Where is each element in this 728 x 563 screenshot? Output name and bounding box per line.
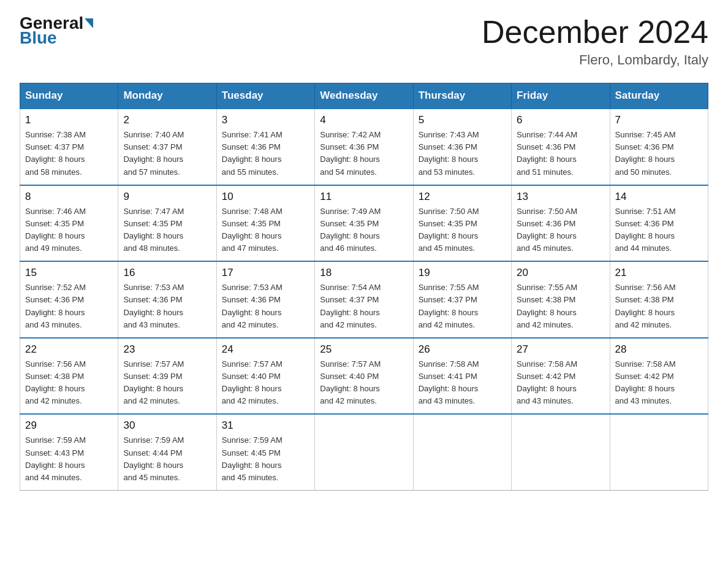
day-number: 10 (222, 191, 309, 203)
day-number: 18 (320, 267, 408, 279)
day-info: Sunrise: 7:44 AMSunset: 4:36 PMDaylight:… (517, 129, 604, 178)
day-number: 1 (25, 114, 113, 126)
calendar-cell (610, 414, 708, 490)
day-info: Sunrise: 7:48 AMSunset: 4:35 PMDaylight:… (222, 205, 309, 255)
calendar-cell: 17Sunrise: 7:53 AMSunset: 4:36 PMDayligh… (216, 261, 314, 338)
calendar-header-row: SundayMondayTuesdayWednesdayThursdayFrid… (20, 83, 708, 109)
week-row-2: 8Sunrise: 7:46 AMSunset: 4:35 PMDaylight… (20, 185, 708, 262)
col-header-sunday: Sunday (20, 83, 118, 109)
calendar-cell: 12Sunrise: 7:50 AMSunset: 4:35 PMDayligh… (413, 185, 511, 262)
calendar-cell: 11Sunrise: 7:49 AMSunset: 4:35 PMDayligh… (315, 185, 413, 262)
location-subtitle: Flero, Lombardy, Italy (482, 52, 708, 68)
day-info: Sunrise: 7:49 AMSunset: 4:35 PMDaylight:… (320, 205, 408, 255)
calendar-cell: 19Sunrise: 7:55 AMSunset: 4:37 PMDayligh… (413, 261, 511, 338)
day-info: Sunrise: 7:59 AMSunset: 4:45 PMDaylight:… (222, 434, 309, 484)
calendar-cell: 4Sunrise: 7:42 AMSunset: 4:36 PMDaylight… (315, 109, 413, 185)
day-number: 16 (123, 267, 211, 279)
day-info: Sunrise: 7:56 AMSunset: 4:38 PMDaylight:… (25, 358, 113, 408)
day-number: 14 (615, 191, 703, 203)
calendar-cell: 21Sunrise: 7:56 AMSunset: 4:38 PMDayligh… (610, 261, 708, 338)
calendar-cell (512, 414, 610, 490)
day-info: Sunrise: 7:52 AMSunset: 4:36 PMDaylight:… (25, 282, 113, 331)
title-block: December 2024 Flero, Lombardy, Italy (482, 15, 708, 68)
calendar-cell: 1Sunrise: 7:38 AMSunset: 4:37 PMDaylight… (20, 109, 118, 185)
day-number: 4 (320, 114, 408, 126)
week-row-1: 1Sunrise: 7:38 AMSunset: 4:37 PMDaylight… (20, 109, 708, 185)
day-number: 21 (615, 267, 703, 279)
day-info: Sunrise: 7:55 AMSunset: 4:38 PMDaylight:… (517, 282, 604, 331)
day-info: Sunrise: 7:43 AMSunset: 4:36 PMDaylight:… (419, 129, 506, 178)
month-title: December 2024 (482, 15, 708, 50)
calendar-cell: 28Sunrise: 7:58 AMSunset: 4:42 PMDayligh… (610, 338, 708, 415)
logo: General Blue (20, 15, 93, 47)
day-number: 26 (419, 343, 506, 356)
day-info: Sunrise: 7:47 AMSunset: 4:35 PMDaylight:… (123, 205, 211, 255)
calendar-cell: 7Sunrise: 7:45 AMSunset: 4:36 PMDaylight… (610, 109, 708, 185)
calendar-cell: 15Sunrise: 7:52 AMSunset: 4:36 PMDayligh… (20, 261, 118, 338)
day-info: Sunrise: 7:58 AMSunset: 4:41 PMDaylight:… (419, 358, 506, 408)
day-number: 5 (419, 114, 506, 126)
day-number: 31 (222, 419, 309, 432)
day-number: 28 (615, 343, 703, 356)
day-info: Sunrise: 7:40 AMSunset: 4:37 PMDaylight:… (123, 129, 211, 178)
calendar-cell: 5Sunrise: 7:43 AMSunset: 4:36 PMDaylight… (413, 109, 511, 185)
day-number: 19 (419, 267, 506, 279)
calendar-table: SundayMondayTuesdayWednesdayThursdayFrid… (20, 83, 708, 491)
day-info: Sunrise: 7:45 AMSunset: 4:36 PMDaylight:… (615, 129, 703, 178)
day-info: Sunrise: 7:54 AMSunset: 4:37 PMDaylight:… (320, 282, 408, 331)
calendar-cell: 30Sunrise: 7:59 AMSunset: 4:44 PMDayligh… (118, 414, 216, 490)
day-info: Sunrise: 7:57 AMSunset: 4:40 PMDaylight:… (320, 358, 408, 408)
calendar-cell: 20Sunrise: 7:55 AMSunset: 4:38 PMDayligh… (512, 261, 610, 338)
day-info: Sunrise: 7:56 AMSunset: 4:38 PMDaylight:… (615, 282, 703, 331)
day-info: Sunrise: 7:50 AMSunset: 4:36 PMDaylight:… (517, 205, 604, 255)
day-info: Sunrise: 7:58 AMSunset: 4:42 PMDaylight:… (517, 358, 604, 408)
day-info: Sunrise: 7:55 AMSunset: 4:37 PMDaylight:… (419, 282, 506, 331)
day-number: 13 (517, 191, 604, 203)
col-header-tuesday: Tuesday (216, 83, 314, 109)
week-row-5: 29Sunrise: 7:59 AMSunset: 4:43 PMDayligh… (20, 414, 708, 490)
calendar-cell: 9Sunrise: 7:47 AMSunset: 4:35 PMDaylight… (118, 185, 216, 262)
day-number: 11 (320, 191, 408, 203)
day-info: Sunrise: 7:46 AMSunset: 4:35 PMDaylight:… (25, 205, 113, 255)
day-number: 8 (25, 191, 113, 203)
day-info: Sunrise: 7:42 AMSunset: 4:36 PMDaylight:… (320, 129, 408, 178)
calendar-cell: 6Sunrise: 7:44 AMSunset: 4:36 PMDaylight… (512, 109, 610, 185)
col-header-friday: Friday (512, 83, 610, 109)
day-number: 15 (25, 267, 113, 279)
calendar-cell: 26Sunrise: 7:58 AMSunset: 4:41 PMDayligh… (413, 338, 511, 415)
day-number: 30 (123, 419, 211, 432)
calendar-cell: 18Sunrise: 7:54 AMSunset: 4:37 PMDayligh… (315, 261, 413, 338)
calendar-cell: 2Sunrise: 7:40 AMSunset: 4:37 PMDaylight… (118, 109, 216, 185)
calendar-cell: 8Sunrise: 7:46 AMSunset: 4:35 PMDaylight… (20, 185, 118, 262)
day-info: Sunrise: 7:59 AMSunset: 4:43 PMDaylight:… (25, 434, 113, 484)
calendar-cell: 27Sunrise: 7:58 AMSunset: 4:42 PMDayligh… (512, 338, 610, 415)
calendar-cell (315, 414, 413, 490)
day-info: Sunrise: 7:41 AMSunset: 4:36 PMDaylight:… (222, 129, 309, 178)
col-header-thursday: Thursday (413, 83, 511, 109)
col-header-saturday: Saturday (610, 83, 708, 109)
day-info: Sunrise: 7:50 AMSunset: 4:35 PMDaylight:… (419, 205, 506, 255)
day-info: Sunrise: 7:57 AMSunset: 4:40 PMDaylight:… (222, 358, 309, 408)
day-number: 6 (517, 114, 604, 126)
day-number: 2 (123, 114, 211, 126)
day-number: 17 (222, 267, 309, 279)
day-info: Sunrise: 7:58 AMSunset: 4:42 PMDaylight:… (615, 358, 703, 408)
day-number: 20 (517, 267, 604, 279)
day-info: Sunrise: 7:57 AMSunset: 4:39 PMDaylight:… (123, 358, 211, 408)
day-number: 9 (123, 191, 211, 203)
calendar-cell: 13Sunrise: 7:50 AMSunset: 4:36 PMDayligh… (512, 185, 610, 262)
day-info: Sunrise: 7:38 AMSunset: 4:37 PMDaylight:… (25, 129, 113, 178)
page-header: General Blue December 2024 Flero, Lombar… (20, 15, 708, 68)
day-info: Sunrise: 7:53 AMSunset: 4:36 PMDaylight:… (222, 282, 309, 331)
day-number: 27 (517, 343, 604, 356)
col-header-monday: Monday (118, 83, 216, 109)
calendar-cell: 29Sunrise: 7:59 AMSunset: 4:43 PMDayligh… (20, 414, 118, 490)
day-info: Sunrise: 7:53 AMSunset: 4:36 PMDaylight:… (123, 282, 211, 331)
col-header-wednesday: Wednesday (315, 83, 413, 109)
day-number: 23 (123, 343, 211, 356)
calendar-cell: 25Sunrise: 7:57 AMSunset: 4:40 PMDayligh… (315, 338, 413, 415)
logo-blue-text: Blue (20, 29, 93, 47)
day-number: 25 (320, 343, 408, 356)
calendar-cell: 22Sunrise: 7:56 AMSunset: 4:38 PMDayligh… (20, 338, 118, 415)
day-info: Sunrise: 7:51 AMSunset: 4:36 PMDaylight:… (615, 205, 703, 255)
